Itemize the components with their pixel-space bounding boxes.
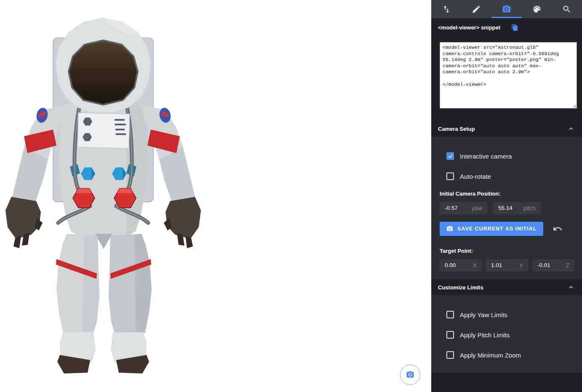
target-x-field[interactable]: X xyxy=(440,259,482,271)
apply-yaw-limits-checkbox[interactable] xyxy=(446,311,454,318)
apply-pitch-limits-row[interactable]: Apply Pitch Limits xyxy=(431,325,582,345)
tab-bar xyxy=(431,0,582,18)
save-row: SAVE CURRENT AS INITIAL xyxy=(440,222,582,236)
chevron-up-icon[interactable] xyxy=(567,125,575,132)
snippet-code-textarea[interactable]: <model-viewer src="Astronaut.glb" camera… xyxy=(440,42,577,109)
save-button-label: SAVE CURRENT AS INITIAL xyxy=(457,226,537,232)
astronaut-helmet xyxy=(56,18,151,112)
apply-minimum-zoom-row[interactable]: Apply Minimum Zoom xyxy=(431,345,582,365)
camera-setup-section: Interactive camera Auto-rotate Initial C… xyxy=(431,137,582,279)
apply-minimum-zoom-label: Apply Minimum Zoom xyxy=(460,352,521,359)
camera-icon xyxy=(406,371,414,379)
interactive-camera-label: Interactive camera xyxy=(460,153,512,160)
palette-icon xyxy=(532,5,542,14)
editor-panel: <model-viewer> snippet <model-viewer src… xyxy=(431,0,582,392)
camera-icon xyxy=(446,225,453,232)
save-current-as-initial-button[interactable]: SAVE CURRENT AS INITIAL xyxy=(440,222,543,236)
target-x-input[interactable] xyxy=(445,262,470,268)
pitch-field[interactable]: pitch xyxy=(493,202,541,214)
tab-edit[interactable] xyxy=(462,0,492,18)
tab-file-controls[interactable] xyxy=(431,0,462,18)
apply-pitch-limits-label: Apply Pitch Limits xyxy=(460,331,510,339)
chevron-up-icon[interactable] xyxy=(567,283,575,291)
camera-icon xyxy=(502,5,511,14)
section-title: Customize Limits xyxy=(438,284,483,291)
target-z-input[interactable] xyxy=(537,262,562,268)
initial-position-inputs: yaw pitch xyxy=(440,202,582,214)
copy-snippet-button[interactable] xyxy=(511,24,518,31)
apply-minimum-zoom-checkbox[interactable] xyxy=(446,351,454,359)
tab-materials[interactable] xyxy=(522,0,552,18)
check-icon xyxy=(448,154,453,159)
interactive-camera-row[interactable]: Interactive camera xyxy=(431,146,582,166)
snippet-header: <model-viewer> snippet xyxy=(438,24,575,31)
target-point-inputs: X Y Z xyxy=(440,259,582,271)
pitch-input[interactable] xyxy=(498,205,520,211)
pencil-icon xyxy=(472,5,481,14)
yaw-input[interactable] xyxy=(445,205,468,211)
download-screenshot-button[interactable] xyxy=(400,365,420,385)
undo-icon xyxy=(553,224,563,234)
astronaut-model[interactable] xyxy=(0,13,206,375)
tab-camera[interactable] xyxy=(491,0,522,18)
yaw-field[interactable]: yaw xyxy=(440,202,487,214)
apply-yaw-limits-row[interactable]: Apply Yaw Limits xyxy=(431,305,582,325)
target-y-field[interactable]: Y xyxy=(486,259,528,271)
yaw-suffix: yaw xyxy=(472,205,482,212)
target-y-input[interactable] xyxy=(491,262,516,268)
interactive-camera-checkbox[interactable] xyxy=(446,152,454,160)
target-y-suffix: Y xyxy=(519,262,523,269)
pitch-suffix: pitch xyxy=(523,205,536,212)
target-x-suffix: X xyxy=(473,262,477,269)
target-z-field[interactable]: Z xyxy=(532,259,574,271)
customize-limits-section: Apply Yaw Limits Apply Pitch Limits Appl… xyxy=(431,295,582,373)
astronaut-legs xyxy=(56,234,152,373)
apply-yaw-limits-label: Apply Yaw Limits xyxy=(460,311,507,318)
section-header-camera-setup[interactable]: Camera Setup xyxy=(431,121,582,137)
initial-camera-position-label: Initial Camera Position: xyxy=(440,191,582,197)
snippet-title: <model-viewer> snippet xyxy=(438,24,500,31)
auto-rotate-checkbox[interactable] xyxy=(446,172,454,180)
target-z-suffix: Z xyxy=(566,262,569,269)
swap-vertical-icon xyxy=(442,5,451,14)
tab-inspector[interactable] xyxy=(552,0,582,18)
revert-camera-button[interactable] xyxy=(553,224,563,234)
section-title: Camera Setup xyxy=(438,126,475,132)
apply-pitch-limits-checkbox[interactable] xyxy=(446,331,454,339)
search-icon xyxy=(562,5,571,14)
copy-icon xyxy=(511,24,518,31)
astronaut-chest-panel xyxy=(77,113,130,148)
target-point-label: Target Point: xyxy=(440,248,582,254)
model-viewport[interactable] xyxy=(0,0,431,392)
auto-rotate-row[interactable]: Auto-rotate xyxy=(431,166,582,186)
auto-rotate-label: Auto-rotate xyxy=(460,173,491,180)
section-header-customize-limits[interactable]: Customize Limits xyxy=(431,279,582,295)
